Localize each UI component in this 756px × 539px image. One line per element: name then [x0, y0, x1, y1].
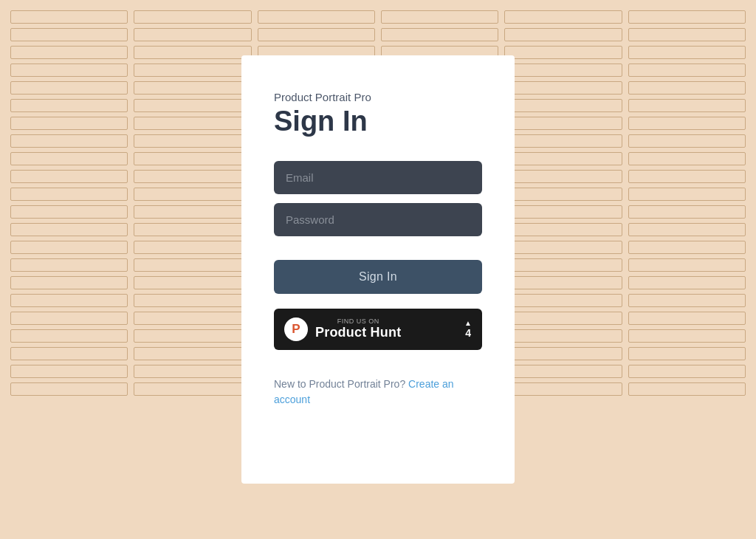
bg-rect — [628, 276, 746, 289]
bg-rect — [628, 170, 746, 183]
bg-rect — [134, 188, 251, 201]
bg-rect — [134, 258, 251, 272]
bg-rect — [258, 28, 375, 41]
bg-rect — [134, 365, 251, 378]
bg-column — [501, 7, 625, 532]
page-title: Sign In — [274, 106, 482, 137]
bg-rect — [10, 117, 128, 130]
product-hunt-logo-area: P FIND US ON Product Hunt — [274, 317, 411, 341]
bg-column — [131, 7, 254, 532]
bg-rect — [504, 241, 622, 254]
bg-column — [7, 7, 131, 532]
bg-rect — [134, 382, 251, 396]
bg-rect — [134, 46, 251, 59]
password-input[interactable] — [274, 203, 482, 236]
bg-rect — [10, 223, 128, 236]
bg-rect — [134, 117, 251, 130]
bg-rect — [134, 134, 251, 148]
bg-rect — [504, 329, 622, 343]
product-hunt-text: FIND US ON Product Hunt — [315, 317, 401, 340]
bg-rect — [134, 276, 251, 289]
bg-rect — [628, 382, 746, 396]
bg-rect — [504, 188, 622, 201]
bg-rect — [504, 81, 622, 95]
bg-rect — [10, 134, 128, 148]
bg-rect — [134, 99, 251, 112]
bg-rect — [504, 365, 622, 378]
bg-rect — [10, 347, 128, 360]
bg-rect — [504, 99, 622, 112]
bg-rect — [628, 347, 746, 360]
bg-rect — [504, 294, 622, 307]
upvote-arrow-icon: ▲ — [464, 319, 472, 327]
product-hunt-button[interactable]: P FIND US ON Product Hunt ▲ 4 — [274, 309, 482, 350]
bg-rect — [504, 258, 622, 272]
bg-rect — [504, 223, 622, 236]
bg-rect — [10, 294, 128, 307]
bg-rect — [134, 81, 251, 95]
bg-rect — [504, 134, 622, 148]
bg-rect — [628, 81, 746, 95]
bg-rect — [134, 312, 251, 325]
bg-rect — [504, 117, 622, 130]
product-hunt-name: Product Hunt — [315, 325, 401, 340]
bg-rect — [381, 28, 498, 41]
upvote-count: 4 — [465, 327, 471, 339]
bg-rect — [628, 294, 746, 307]
bg-rect — [134, 241, 251, 254]
bg-rect — [10, 312, 128, 325]
bg-rect — [10, 205, 128, 219]
footer-static-text: New to Product Portrait Pro? — [274, 378, 405, 390]
bg-rect — [10, 28, 128, 41]
bg-rect — [10, 63, 128, 77]
bg-rect — [504, 63, 622, 77]
bg-column — [625, 7, 749, 532]
bg-rect — [504, 170, 622, 183]
sign-in-button[interactable]: Sign In — [274, 260, 482, 294]
bg-rect — [504, 276, 622, 289]
bg-rect — [628, 258, 746, 272]
bg-rect — [628, 117, 746, 130]
bg-rect — [134, 28, 251, 41]
bg-rect — [10, 276, 128, 289]
email-group — [274, 161, 482, 194]
bg-rect — [504, 312, 622, 325]
bg-rect — [134, 205, 251, 219]
bg-rect — [134, 152, 251, 165]
bg-rect — [10, 241, 128, 254]
bg-rect — [628, 241, 746, 254]
bg-rect — [258, 10, 375, 24]
bg-rect — [628, 205, 746, 219]
bg-rect — [10, 258, 128, 272]
bg-rect — [10, 46, 128, 59]
bg-rect — [10, 99, 128, 112]
bg-rect — [134, 63, 251, 77]
bg-rect — [10, 152, 128, 165]
bg-rect — [134, 170, 251, 183]
sign-in-card: Product Portrait Pro Sign In Sign In P F… — [241, 55, 515, 484]
bg-rect — [628, 134, 746, 148]
product-hunt-find-us: FIND US ON — [315, 317, 401, 325]
bg-rect — [504, 10, 622, 24]
bg-rect — [628, 63, 746, 77]
password-group — [274, 203, 482, 236]
bg-rect — [628, 46, 746, 59]
bg-rect — [628, 223, 746, 236]
bg-rect — [134, 329, 251, 343]
bg-rect — [628, 28, 746, 41]
bg-rect — [628, 188, 746, 201]
bg-rect — [381, 10, 498, 24]
bg-rect — [628, 365, 746, 378]
product-hunt-badge: ▲ 4 — [454, 319, 482, 339]
email-input[interactable] — [274, 161, 482, 194]
bg-rect — [504, 205, 622, 219]
bg-rect — [134, 10, 251, 24]
bg-rect — [10, 329, 128, 343]
bg-rect — [504, 347, 622, 360]
bg-rect — [10, 365, 128, 378]
bg-rect — [628, 329, 746, 343]
bg-rect — [10, 170, 128, 183]
bg-rect — [10, 382, 128, 396]
bg-rect — [10, 81, 128, 95]
bg-rect — [628, 10, 746, 24]
